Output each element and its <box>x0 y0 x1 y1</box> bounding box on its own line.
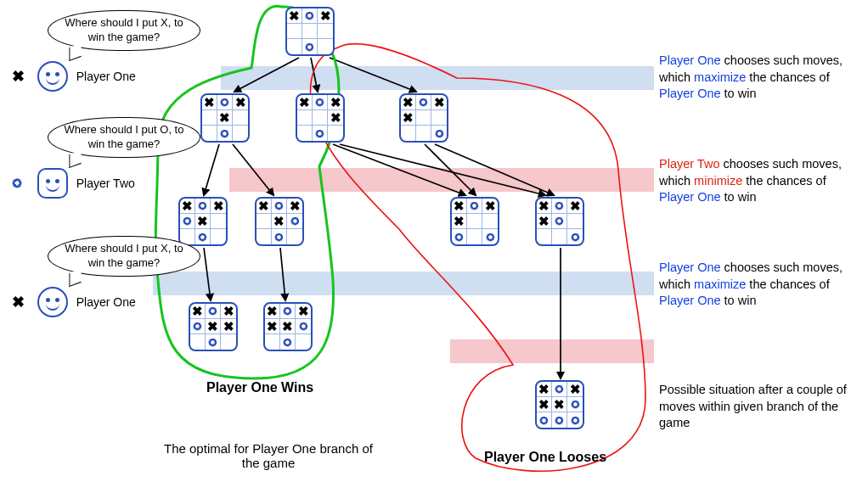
diagram-stage: Where should I put X, to win the game? ✖… <box>0 0 868 493</box>
board-cell <box>287 229 302 244</box>
board-cell: ✖ <box>221 319 236 334</box>
caption-optimal-branch: The optimal for Player One branch of the… <box>158 441 379 470</box>
board-l1-b: ✖⭘✖✖⭘ <box>296 93 345 143</box>
avatar-player-two: ⭘ Player Two <box>10 168 135 199</box>
t: to win <box>721 294 757 307</box>
board-cell: ⭘ <box>280 304 296 319</box>
board-cell: ✖ <box>567 382 583 397</box>
board-cell: ✖ <box>280 319 296 334</box>
band-level-1 <box>221 66 654 90</box>
board-cell: ✖ <box>452 214 467 229</box>
board-cell: ✖ <box>217 110 233 126</box>
board-cell <box>287 24 302 39</box>
board-cell <box>297 110 313 126</box>
board-l2-b: ✖⭘✖✖⭘⭘ <box>255 197 304 246</box>
board-cell: ⭘ <box>217 95 233 110</box>
bubble-text: Where should I put X, to win the game? <box>62 242 186 271</box>
board-cell <box>202 126 217 141</box>
board-cell <box>318 39 333 54</box>
board-cell: ⭘ <box>452 229 467 244</box>
t: to win <box>721 190 757 204</box>
board-cell <box>552 229 567 244</box>
player-label: Player One <box>76 70 136 83</box>
board-cell <box>313 110 328 126</box>
player-label: Player One <box>76 295 136 309</box>
board-cell: ✖ <box>195 214 211 229</box>
board-cell <box>567 214 583 229</box>
board-cell <box>302 24 318 39</box>
t: maximize <box>694 70 746 84</box>
board-cell: ⭘ <box>313 95 328 110</box>
board-l3-a: ✖⭘✖⭘✖✖⭘ <box>189 302 238 351</box>
board-cell: ✖ <box>552 397 567 412</box>
board-cell: ✖ <box>297 95 313 110</box>
board-cell: ✖ <box>537 214 552 229</box>
caption-player-one-wins: Player One Wins <box>206 380 313 395</box>
board-cell <box>318 24 333 39</box>
t: Possible situation after a couple of mov… <box>659 383 847 429</box>
board-cell <box>211 229 226 244</box>
board-cell: ✖ <box>265 319 280 334</box>
board-cell: ✖ <box>265 304 280 319</box>
player-label: Player Two <box>76 176 135 190</box>
board-cell: ⭘ <box>313 126 328 141</box>
board-cell: ⭘ <box>567 229 583 244</box>
board-cell <box>431 110 447 126</box>
board-cell: ⭘ <box>272 199 287 214</box>
t: Player One <box>659 87 721 100</box>
board-cell: ✖ <box>452 199 467 214</box>
bubble-text: Where should I put X, to win the game? <box>62 16 186 45</box>
board-cell <box>211 214 226 229</box>
square-face-icon <box>37 168 68 199</box>
board-cell: ⭘ <box>217 126 233 141</box>
board-cell: ⭘ <box>195 199 211 214</box>
board-cell: ⭘ <box>280 334 296 350</box>
board-cell: ⭘ <box>482 229 498 244</box>
board-cell <box>256 214 272 229</box>
smiley-face-icon <box>37 61 68 92</box>
t: Player One <box>659 294 721 307</box>
explain-level-3: Player One chooses such moves, which max… <box>659 260 854 310</box>
board-l1-c: ✖⭘✖✖⭘ <box>399 93 448 143</box>
board-cell: ✖ <box>256 199 272 214</box>
board-cell <box>233 126 248 141</box>
board-cell: ⭘ <box>552 412 567 428</box>
board-cell: ✖ <box>233 95 248 110</box>
avatar-player-one-2: ✖ Player One <box>10 287 136 317</box>
board-cell <box>416 110 431 126</box>
o-mark-icon: ⭘ <box>10 175 25 193</box>
board-cell: ✖ <box>202 95 217 110</box>
x-mark-icon: ✖ <box>10 67 25 86</box>
board-cell: ⭘ <box>552 382 567 397</box>
board-cell: ⭘ <box>431 126 447 141</box>
board-cell <box>416 126 431 141</box>
speech-bubble-player-two: Where should I put O, to win the game? <box>48 117 200 158</box>
t: maximize <box>694 277 746 291</box>
board-cell: ⭘ <box>272 229 287 244</box>
board-cell: ⭘ <box>567 397 583 412</box>
board-cell: ✖ <box>180 199 195 214</box>
board-cell: ✖ <box>328 95 343 110</box>
board-cell: ✖ <box>537 199 552 214</box>
explain-level-2: Player Two chooses such moves, which min… <box>659 156 854 206</box>
t: Player One <box>659 190 721 204</box>
board-cell: ✖ <box>318 8 333 24</box>
x-mark-icon: ✖ <box>10 293 25 311</box>
board-cell <box>202 110 217 126</box>
board-cell: ⭘ <box>552 214 567 229</box>
board-cell <box>482 214 498 229</box>
board-cell: ✖ <box>206 319 221 334</box>
board-l3-b: ✖⭘✖✖✖⭘⭘ <box>263 302 313 351</box>
board-cell: ⭘ <box>180 214 195 229</box>
board-cell <box>221 334 236 350</box>
board-cell: ✖ <box>221 304 236 319</box>
board-l1-a: ✖⭘✖✖⭘ <box>200 93 250 143</box>
board-cell: ⭘ <box>302 39 318 54</box>
t: minimize <box>694 174 742 188</box>
board-cell: ✖ <box>211 199 226 214</box>
board-cell: ⭘ <box>206 334 221 350</box>
board-cell <box>296 334 311 350</box>
board-cell <box>467 229 482 244</box>
board-cell <box>287 39 302 54</box>
board-cell: ✖ <box>537 382 552 397</box>
